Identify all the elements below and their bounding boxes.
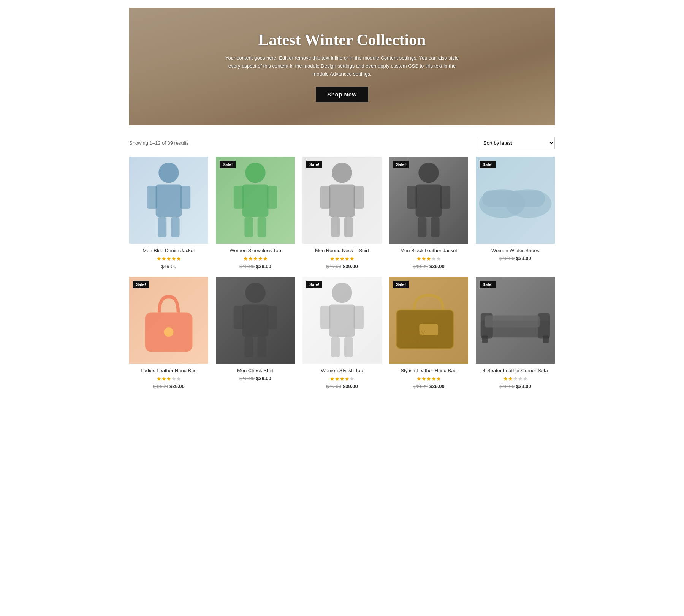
original-price: $49.00: [153, 384, 168, 389]
svg-rect-2: [147, 186, 157, 209]
product-image-wrap: Sale!: [302, 157, 382, 244]
product-stars: ★★★★★: [129, 376, 208, 382]
product-image-wrap: Sale!: [389, 157, 468, 244]
svg-rect-50: [485, 315, 540, 327]
product-card[interactable]: Sale! LV LV LV LV LV LV Stylish Leather …: [389, 277, 468, 389]
svg-rect-1: [156, 184, 182, 217]
product-image-placeholder: [302, 157, 382, 244]
svg-rect-7: [242, 184, 269, 217]
product-image-svg: LV LV LV LV LV LV: [389, 277, 468, 364]
product-card[interactable]: Sale! Men Round Neck T-Shirt ★★★★★ $49.0…: [302, 157, 382, 269]
sale-badge: Sale!: [220, 161, 236, 168]
svg-rect-38: [320, 306, 331, 329]
product-stars: ★★★★★: [389, 256, 468, 262]
product-name: 4-Seater Leather Corner Sofa: [476, 368, 555, 373]
product-stars: ★★★★★: [389, 376, 468, 382]
product-card[interactable]: Sale! Men Black Leather Jacket ★★★★★ $49…: [389, 157, 468, 269]
svg-rect-49: [538, 313, 550, 338]
product-card[interactable]: Men Blue Denim Jacket ★★★★★ $49.00: [129, 157, 208, 269]
svg-rect-37: [329, 304, 355, 337]
product-image-svg: [216, 157, 295, 244]
product-image-svg: [129, 157, 208, 244]
product-card[interactable]: Sale! Women Stylish Top ★★★★★ $49.00$39.…: [302, 277, 382, 389]
shop-now-button[interactable]: Shop Now: [316, 87, 368, 102]
svg-rect-27: [509, 190, 545, 207]
product-image-svg: [302, 277, 382, 364]
product-name: Stylish Leather Hand Bag: [389, 368, 468, 373]
product-price: $49.00$39.00: [389, 264, 468, 269]
svg-rect-34: [244, 337, 253, 357]
svg-text:LV LV LV: LV LV LV: [402, 329, 425, 336]
svg-rect-21: [440, 186, 451, 209]
sale-price: $39.00: [429, 264, 445, 269]
product-name: Women Stylish Top: [302, 368, 382, 373]
product-image-placeholder: [216, 277, 295, 364]
product-image-wrap: [129, 157, 208, 244]
svg-rect-4: [158, 217, 166, 237]
svg-rect-11: [258, 217, 266, 237]
product-price: $49.00$39.00: [476, 384, 555, 389]
sale-price: $39.00: [256, 376, 271, 381]
product-name: Men Blue Denim Jacket: [129, 248, 208, 253]
current-price: $49.00: [161, 264, 176, 269]
product-image-placeholder: [302, 277, 382, 364]
hero-banner: Latest Winter Collection Your content go…: [129, 8, 555, 125]
product-price: $49.00$39.00: [476, 256, 555, 261]
product-image-placeholder: [129, 157, 208, 244]
product-card[interactable]: Sale! Women Winter Shoes $49.00$39.00: [476, 157, 555, 269]
svg-rect-40: [331, 337, 340, 357]
hero-title: Latest Winter Collection: [224, 31, 460, 49]
product-card[interactable]: Sale! Women Sleeveless Top ★★★★★ $49.00$…: [216, 157, 295, 269]
product-price: $49.00$39.00: [129, 384, 208, 389]
product-image-placeholder: [476, 277, 555, 364]
sort-select[interactable]: Sort by latestSort by price: low to high…: [478, 137, 555, 149]
svg-point-29: [164, 327, 174, 337]
hero-subtitle: Your content goes here. Edit or remove t…: [224, 54, 460, 78]
svg-rect-19: [416, 184, 442, 217]
sale-price: $39.00: [343, 384, 358, 389]
product-image-svg: [476, 277, 555, 364]
original-price: $49.00: [413, 384, 428, 389]
product-image-svg: [476, 157, 555, 244]
svg-rect-8: [234, 186, 244, 209]
showing-results-text: Showing 1–12 of 39 results: [129, 140, 189, 146]
svg-rect-5: [171, 217, 180, 237]
sale-badge: Sale!: [306, 281, 322, 288]
sale-badge: Sale!: [306, 161, 322, 168]
product-image-svg: [129, 277, 208, 364]
product-image-placeholder: LV LV LV LV LV LV: [389, 277, 468, 364]
product-name: Men Black Leather Jacket: [389, 248, 468, 253]
svg-rect-39: [354, 306, 364, 329]
svg-rect-31: [242, 304, 269, 337]
product-grid: Men Blue Denim Jacket ★★★★★ $49.00 Sale!…: [129, 157, 555, 389]
svg-point-0: [158, 163, 179, 183]
product-image-wrap: Sale!: [302, 277, 382, 364]
svg-rect-14: [320, 186, 331, 209]
svg-rect-10: [244, 217, 253, 237]
product-name: Men Round Neck T-Shirt: [302, 248, 382, 253]
svg-point-12: [332, 163, 352, 183]
sale-badge: Sale!: [133, 281, 149, 288]
svg-point-18: [418, 163, 439, 183]
svg-rect-20: [407, 186, 417, 209]
sale-price: $39.00: [516, 384, 531, 389]
product-image-wrap: Sale! LV LV LV LV LV LV: [389, 277, 468, 364]
product-image-wrap: Sale!: [476, 277, 555, 364]
original-price: $49.00: [499, 384, 515, 389]
svg-rect-16: [331, 217, 340, 237]
product-card[interactable]: Sale! Ladies Leather Hand Bag ★★★★★ $49.…: [129, 277, 208, 389]
product-name: Women Sleeveless Top: [216, 248, 295, 253]
sale-badge: Sale!: [393, 281, 409, 288]
svg-rect-22: [418, 217, 426, 237]
sale-price: $39.00: [169, 384, 185, 389]
product-image-wrap: Sale!: [129, 277, 208, 364]
sale-badge: Sale!: [480, 281, 496, 288]
svg-point-6: [245, 163, 265, 183]
product-card[interactable]: Sale! 4-Seater Leather Corner Sofa ★★★★★…: [476, 277, 555, 389]
hero-content: Latest Winter Collection Your content go…: [209, 31, 475, 102]
svg-rect-51: [482, 335, 488, 343]
product-card[interactable]: Men Check Shirt $49.00$39.00: [216, 277, 295, 389]
product-price: $49.00: [129, 264, 208, 269]
svg-text:LV LV LV: LV LV LV: [402, 338, 425, 344]
svg-rect-35: [258, 337, 266, 357]
